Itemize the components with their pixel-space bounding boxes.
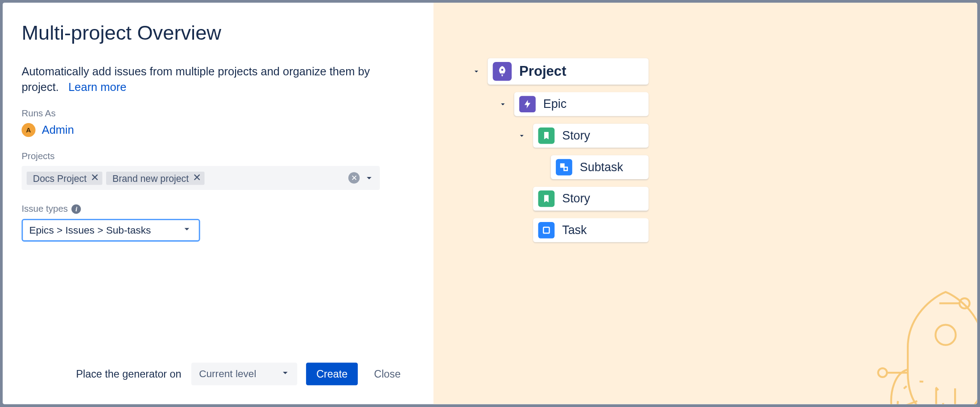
footer: Place the generator on Current level Cre…	[21, 363, 408, 386]
place-generator-label: Place the generator on	[76, 368, 181, 380]
tree-label: Story	[562, 129, 590, 143]
caret-down-icon[interactable]	[498, 100, 508, 109]
chip-remove-icon[interactable]: ✕	[193, 173, 201, 183]
rocket-deco-icon	[864, 284, 977, 404]
caret-down-icon[interactable]	[517, 131, 527, 140]
create-button[interactable]: Create	[306, 363, 358, 386]
issue-types-label-text: Issue types	[21, 204, 68, 214]
project-chip: Docs Project ✕	[27, 172, 103, 185]
tree-label: Epic	[543, 97, 566, 111]
chip-label: Brand new project	[112, 173, 189, 184]
description: Automatically add issues from multiple p…	[21, 64, 408, 95]
svg-rect-9	[543, 227, 549, 233]
tree-card-story[interactable]: Story	[533, 123, 649, 148]
tree-label: Story	[562, 192, 590, 206]
story-icon	[538, 190, 554, 207]
project-chip: Brand new project ✕	[106, 172, 204, 185]
chevron-down-icon	[181, 223, 192, 237]
svg-point-4	[936, 325, 956, 345]
runs-as-row: A Admin	[21, 123, 408, 137]
tree-label: Task	[562, 223, 587, 237]
caret-down-icon[interactable]	[471, 67, 482, 76]
info-icon[interactable]: i	[72, 204, 81, 214]
chevron-down-icon	[280, 367, 291, 381]
svg-point-0	[959, 298, 970, 308]
page-title: Multi-project Overview	[21, 21, 408, 45]
runs-as-label: Runs As	[21, 108, 408, 119]
story-icon	[538, 127, 554, 144]
task-icon	[538, 222, 554, 238]
close-button[interactable]: Close	[367, 363, 409, 386]
tree-card-subtask[interactable]: Subtask	[551, 155, 649, 179]
projects-label: Projects	[21, 151, 408, 161]
tree-row-epic: Epic	[498, 92, 977, 116]
tree-row-project: Project	[471, 58, 977, 84]
tree-label: Subtask	[580, 160, 623, 174]
clear-all-icon[interactable]: ✕	[348, 173, 360, 184]
place-generator-value: Current level	[199, 368, 256, 379]
chip-remove-icon[interactable]: ✕	[91, 173, 99, 183]
issue-types-label: Issue types i	[21, 204, 408, 214]
dialog: Multi-project Overview Automatically add…	[3, 3, 977, 404]
right-pane: Project Epic Story	[434, 3, 977, 404]
runs-as-user-link[interactable]: Admin	[42, 123, 74, 137]
learn-more-link[interactable]: Learn more	[68, 81, 126, 94]
tree-card-task[interactable]: Task	[533, 218, 649, 243]
issue-types-select[interactable]: Epics > Issues > Sub-tasks	[21, 219, 200, 242]
subtask-icon	[556, 159, 572, 176]
tree-label: Project	[519, 63, 566, 80]
avatar: A	[21, 123, 35, 137]
tree-card-story[interactable]: Story	[533, 187, 649, 211]
tree-row-subtask: Subtask	[551, 155, 977, 179]
epic-icon	[519, 96, 536, 112]
place-generator-select[interactable]: Current level	[191, 363, 298, 386]
tree-card-project[interactable]: Project	[488, 58, 649, 84]
tree-card-epic[interactable]: Epic	[514, 92, 649, 116]
tree-row-task: Task	[533, 218, 977, 243]
rocket-icon	[493, 62, 512, 81]
chip-label: Docs Project	[33, 173, 87, 184]
tree-row-story2: Story	[533, 187, 977, 211]
issue-types-value: Epics > Issues > Sub-tasks	[29, 225, 151, 236]
tree-row-story: Story	[517, 123, 977, 148]
svg-rect-8	[564, 167, 567, 170]
svg-point-6	[501, 69, 504, 71]
projects-input[interactable]: Docs Project ✕ Brand new project ✕ ✕	[21, 166, 380, 190]
svg-point-2	[878, 368, 887, 377]
left-pane: Multi-project Overview Automatically add…	[3, 3, 434, 404]
chevron-down-icon[interactable]	[364, 173, 375, 184]
